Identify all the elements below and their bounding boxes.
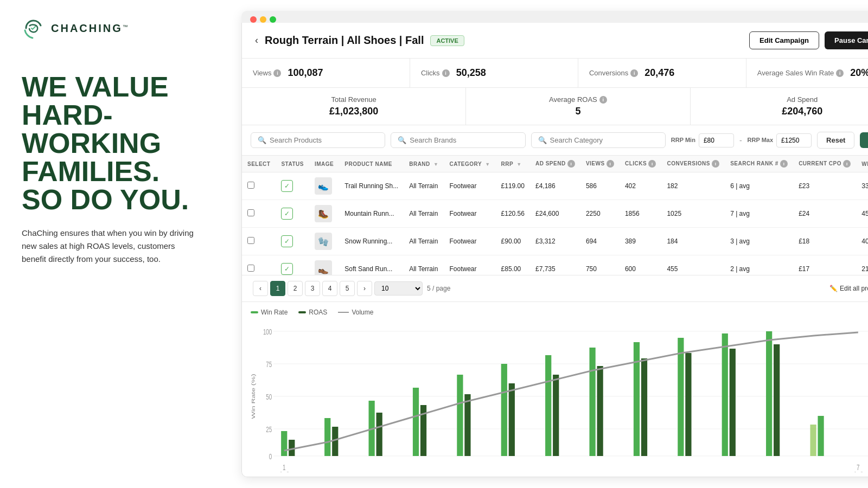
row-status-1: ✓ [276,200,309,228]
pause-campaign-button[interactable]: Pause Campaign [825,31,868,49]
bar-roas-11 [730,349,736,456]
col-rrp[interactable]: RRP ▼ [496,156,530,172]
page-prev-button[interactable]: ‹ [253,281,268,296]
revenue-total-value: £1,023,800 [253,106,455,117]
pagination-row: ‹ 1 2 3 4 5 › 10 5 / page 20 / page 5 / … [242,275,868,301]
campaign-title-area: ‹ Rough Terrain | All Shoes | Fall ACTIV… [255,34,464,47]
bar-winrate-4 [413,388,419,456]
page-5-button[interactable]: 5 [340,281,355,296]
row-category-0: Footwear [444,172,496,200]
bar-roas-2 [332,427,338,456]
logo-area: CHACHING™ [22,16,214,40]
active-badge: ACTIVE [430,35,464,46]
bar-winrate-13 [810,425,816,456]
views-col-info-icon[interactable]: i [607,160,614,168]
bar-winrate-7 [545,355,551,456]
svg-text:50: 50 [266,393,272,401]
win-rate-info-icon[interactable]: i [836,69,844,77]
edit-all-roas-link[interactable]: ✏️ Edit all product ROAS [829,285,868,292]
col-category[interactable]: CATEGORY ▼ [444,156,496,172]
row-image-1: 🥾 [309,200,339,228]
table-header-row: SELECT STATUS IMAGE PRODUCT NAME BRAND ▼… [242,156,868,172]
hero-subtext: ChaChing ensures that when you win by dr… [22,227,195,266]
col-brand[interactable]: BRAND ▼ [404,156,444,172]
search-button[interactable]: Search [860,132,868,148]
category-sort-icon: ▼ [485,162,490,167]
search-category-input[interactable] [550,136,659,144]
revenue-adspend: Ad Spend £204,760 [691,88,868,125]
rrp-max-input[interactable] [776,133,812,147]
rrp-min-input[interactable] [699,133,734,147]
col-views: VIEWS i [580,156,620,172]
conversions-info-icon[interactable]: i [630,69,638,77]
row-category-1: Footwear [444,200,496,228]
col-current-cpo: CURRENT CPO i [793,156,856,172]
row-checkbox-2[interactable] [247,237,254,244]
search-products-box[interactable]: 🔍 [251,132,385,148]
edit-campaign-button[interactable]: Edit Campaign [749,31,819,49]
svg-text:Win Rate (%): Win Rate (%) [251,374,257,419]
roas-info-icon[interactable]: i [599,96,607,104]
search-category-icon: 🔍 [538,136,547,144]
bar-winrate-11 [722,333,728,456]
search-rank-info-icon[interactable]: i [780,160,788,168]
minimize-dot[interactable] [260,16,266,23]
chart-legend: Win Rate ROAS Volume [251,309,868,316]
per-page-select[interactable]: 10 5 / page 20 / page [374,281,423,296]
bar-roas-13 [818,416,824,456]
stat-views: Views i 100,087 [242,59,410,87]
bar-winrate-6 [501,364,507,456]
row-status-2: ✓ [276,228,309,255]
row-rrp-0: £119.00 [496,172,530,200]
col-product-name: PRODUCT NAME [339,156,404,172]
views-info-icon[interactable]: i [273,69,281,77]
conversions-col-info-icon[interactable]: i [712,160,719,168]
reset-button[interactable]: Reset [817,132,854,149]
legend-roas-dot [298,311,306,313]
search-brands-input[interactable] [410,136,518,144]
bar-roas-9 [641,358,647,456]
app-window: ‹ Rough Terrain | All Shoes | Fall ACTIV… [241,11,868,477]
row-checkbox-1[interactable] [247,209,254,216]
row-status-0: ✓ [276,172,309,200]
chart-container: Win Rate ROAS Volume Win Rate (%) [242,301,868,477]
row-search-rank-3: 2 | avg [725,255,793,275]
stat-win-rate-label: Average Sales Win Rate i [757,69,844,77]
col-adspend: AD SPEND i [530,156,580,172]
clicks-info-icon[interactable]: i [442,69,450,77]
row-checkbox-0[interactable] [247,182,254,189]
search-brands-box[interactable]: 🔍 [391,132,525,148]
row-checkbox-cell [242,200,276,228]
adspend-info-icon[interactable]: i [567,160,575,168]
chart-svg: Win Rate (%) ROAS | Volume (£) 100 [251,320,868,472]
row-conversions-3: 455 [661,255,725,275]
search-products-input[interactable] [270,136,378,144]
page-1-button[interactable]: 1 [270,281,285,296]
page-next-button[interactable]: › [357,281,372,296]
bar-roas-6 [509,383,515,456]
page-4-button[interactable]: 4 [322,281,337,296]
revenue-adspend-label: Ad Spend [701,95,868,104]
back-button[interactable]: ‹ [255,35,258,46]
maximize-dot[interactable] [270,16,276,23]
stats-row: Views i 100,087 Clicks i 50,258 Conversi… [242,59,868,88]
row-views-0: 586 [580,172,620,200]
row-clicks-1: 1856 [620,200,662,228]
row-checkbox-3[interactable] [247,265,254,272]
cpo-info-icon[interactable]: i [843,160,851,168]
col-select: SELECT [242,156,276,172]
page-2-button[interactable]: 2 [288,281,303,296]
bar-winrate-12 [766,331,772,456]
edit-pencil-icon: ✏️ [829,285,838,292]
product-img-3: 👞 [315,260,332,275]
search-category-box[interactable]: 🔍 [531,132,666,148]
clicks-col-info-icon[interactable]: i [648,160,656,168]
search-brands-icon: 🔍 [398,136,406,144]
page-3-button[interactable]: 3 [305,281,320,296]
row-checkbox-cell [242,172,276,200]
close-dot[interactable] [250,16,257,23]
row-rrp-2: £90.00 [496,228,530,255]
status-check-3: ✓ [281,263,293,275]
revenue-total: Total Revenue £1,023,800 [242,88,466,125]
legend-win-rate-dot [251,311,258,313]
